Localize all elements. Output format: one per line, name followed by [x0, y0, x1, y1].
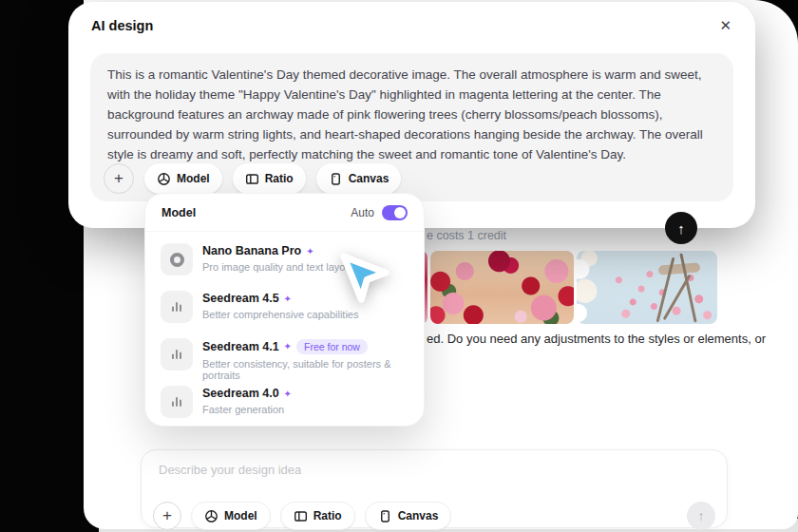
- generated-image-petals-floor[interactable]: [577, 251, 717, 324]
- canvas-icon: [378, 509, 392, 523]
- add-attachment-button[interactable]: +: [104, 163, 134, 194]
- model-option-name: Seedream 4.5: [202, 292, 279, 305]
- composer-toolbar: + Model Ratio: [153, 502, 715, 530]
- arrow-up-icon: ↑: [677, 220, 685, 237]
- design-prompt-composer[interactable]: Describe your design idea + Model: [141, 449, 728, 528]
- auto-toggle[interactable]: [382, 205, 408, 220]
- premium-badge-icon: ✦: [306, 246, 314, 256]
- plus-icon: +: [162, 506, 172, 525]
- prompt-text[interactable]: This is a romantic Valentine's Day theme…: [107, 65, 719, 164]
- model-option-seedream-4-0[interactable]: Seedream 4.0 ✦ Faster generation: [145, 378, 424, 426]
- ratio-button-label: Ratio: [314, 509, 342, 522]
- model-option-nano-banana-pro[interactable]: Nano Banana Pro ✦ Pro image quality and …: [145, 236, 424, 283]
- premium-badge-icon: ✦: [284, 341, 292, 352]
- model-button[interactable]: Model: [144, 163, 222, 194]
- modal-title: AI design: [91, 18, 153, 33]
- seedream-model-icon: [161, 291, 193, 323]
- canvas-button-label: Canvas: [349, 172, 390, 185]
- model-select-panel: Model Auto Nano Banana Pro ✦ Pro image q…: [144, 193, 425, 427]
- ratio-icon: [245, 172, 259, 186]
- model-panel-title: Model: [162, 206, 196, 219]
- model-option-description: Faster generation: [202, 404, 292, 415]
- ratio-button-label: Ratio: [265, 172, 294, 185]
- send-button-disabled[interactable]: ↑: [687, 502, 715, 530]
- premium-badge-icon: ✦: [284, 389, 292, 399]
- arrow-up-icon: ↑: [698, 508, 705, 523]
- model-option-description: Better consistency, suitable for posters…: [202, 358, 408, 381]
- model-option-name: Nano Banana Pro: [202, 244, 301, 257]
- model-icon: [204, 509, 218, 523]
- canvas-button[interactable]: Canvas: [316, 163, 402, 194]
- model-panel-header: Model Auto: [145, 194, 424, 232]
- model-option-description: Better comprehensive capabilities: [202, 309, 358, 320]
- premium-badge-icon: ✦: [284, 294, 292, 304]
- canvas-button-label: Canvas: [398, 509, 439, 522]
- ratio-icon: [294, 509, 308, 523]
- plus-icon: +: [114, 169, 124, 188]
- free-for-now-tag: Free for now: [296, 339, 368, 354]
- nano-banana-model-icon: [161, 243, 193, 276]
- model-option-name: Seedream 4.1: [202, 340, 279, 353]
- composer-placeholder[interactable]: Describe your design idea: [159, 463, 301, 477]
- credit-cost-text: e costs 1 credit: [427, 229, 506, 242]
- model-option-name: Seedream 4.0: [202, 387, 279, 400]
- ratio-button[interactable]: Ratio: [280, 502, 355, 530]
- model-button[interactable]: Model: [191, 502, 271, 530]
- model-button-label: Model: [224, 509, 257, 522]
- canvas-icon: [329, 172, 343, 186]
- send-button[interactable]: ↑: [665, 212, 697, 244]
- seedream-model-icon: [161, 386, 193, 418]
- model-option-seedream-4-5[interactable]: Seedream 4.5 ✦ Better comprehensive capa…: [145, 283, 424, 331]
- toggle-knob: [394, 207, 406, 218]
- screen: e costs 1 credit ed. Do you need any adj…: [0, 0, 798, 532]
- seedream-model-icon: [161, 338, 193, 370]
- model-button-label: Model: [177, 172, 210, 185]
- canvas-button[interactable]: Canvas: [365, 502, 452, 530]
- auto-toggle-label: Auto: [351, 206, 374, 219]
- close-icon[interactable]: ✕: [719, 17, 732, 34]
- modal-toolbar: + Model Ratio: [104, 163, 401, 194]
- chair-decor: [658, 262, 701, 275]
- model-icon: [157, 172, 171, 186]
- model-option-seedream-4-1[interactable]: Seedream 4.1 ✦ Free for now Better consi…: [145, 331, 424, 378]
- ratio-button[interactable]: Ratio: [233, 163, 306, 194]
- assistant-question-text: ed. Do you need any adjustments to the s…: [427, 332, 766, 346]
- generated-image-rose-garden[interactable]: [430, 251, 574, 324]
- add-attachment-button[interactable]: +: [153, 502, 181, 530]
- model-option-description: Pro image quality and text layout: [202, 261, 354, 273]
- prompt-input-area[interactable]: This is a romantic Valentine's Day theme…: [90, 53, 733, 201]
